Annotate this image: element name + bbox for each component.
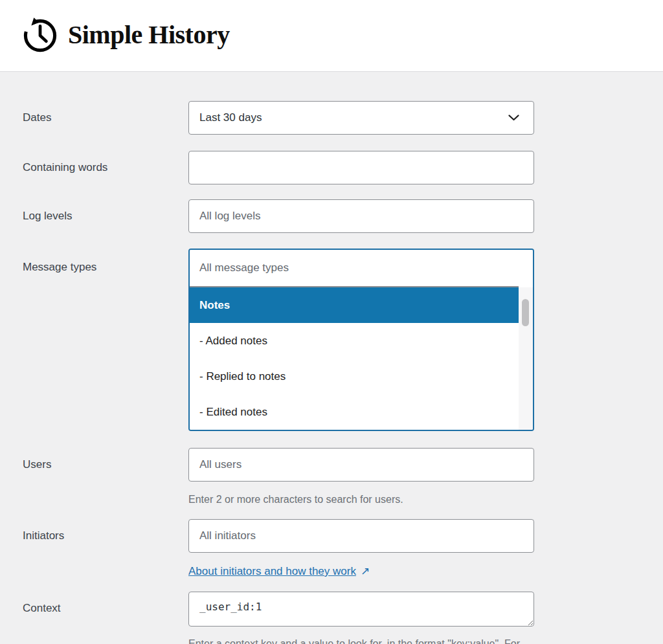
message-types-combobox: Notes - Added notes - Replied to notes -… — [188, 249, 534, 431]
users-label: Users — [23, 448, 188, 482]
about-initiators-link[interactable]: About initiators and how they work — [188, 565, 356, 577]
page-title: Simple History — [68, 19, 230, 50]
chevron-down-icon — [508, 115, 519, 121]
filter-row-log-levels: Log levels — [23, 199, 663, 233]
message-types-input[interactable] — [190, 250, 533, 286]
log-levels-label: Log levels — [23, 199, 188, 233]
dropdown-item-notes[interactable]: Notes — [190, 287, 519, 323]
dates-label: Dates — [23, 101, 188, 135]
filter-row-containing-words: Containing words — [23, 151, 663, 184]
message-types-label: Message types — [23, 249, 188, 286]
history-filter-form: Dates Last 30 days Containing words Log … — [0, 72, 663, 644]
filter-row-message-types: Message types Notes - Added notes - Repl… — [23, 249, 663, 431]
context-label: Context — [23, 592, 188, 625]
users-input[interactable] — [188, 448, 534, 482]
dropdown-item-added-notes[interactable]: - Added notes — [190, 323, 519, 359]
dates-selected-value: Last 30 days — [199, 111, 262, 124]
dropdown-scrollbar-track[interactable] — [519, 287, 533, 430]
history-clock-icon — [19, 15, 61, 56]
filter-row-initiators: Initiators About initiators and how they… — [23, 519, 663, 579]
users-help-text: Enter 2 or more characters to search for… — [188, 493, 534, 506]
initiators-input[interactable] — [188, 519, 534, 553]
log-levels-input[interactable] — [188, 199, 534, 233]
containing-words-label: Containing words — [23, 151, 188, 184]
filter-row-users: Users Enter 2 or more characters to sear… — [23, 448, 663, 506]
dates-select[interactable]: Last 30 days — [188, 101, 534, 135]
dropdown-scrollbar-thumb[interactable] — [522, 299, 529, 326]
filter-row-context: Context _user_id:1 Enter a context key a… — [23, 592, 663, 644]
containing-words-input[interactable] — [188, 151, 534, 184]
app-header: Simple History — [0, 0, 663, 72]
message-types-dropdown-list: Notes - Added notes - Replied to notes -… — [190, 287, 519, 430]
context-textarea[interactable]: _user_id:1 — [188, 592, 534, 627]
filter-row-dates: Dates Last 30 days — [23, 101, 663, 135]
context-help-text: Enter a context key and a value to look … — [188, 638, 534, 644]
external-link-arrow-icon: ↗ — [361, 565, 370, 577]
initiators-label: Initiators — [23, 519, 188, 553]
dropdown-item-edited-notes[interactable]: - Edited notes — [190, 394, 519, 430]
dropdown-item-replied-to-notes[interactable]: - Replied to notes — [190, 359, 519, 394]
